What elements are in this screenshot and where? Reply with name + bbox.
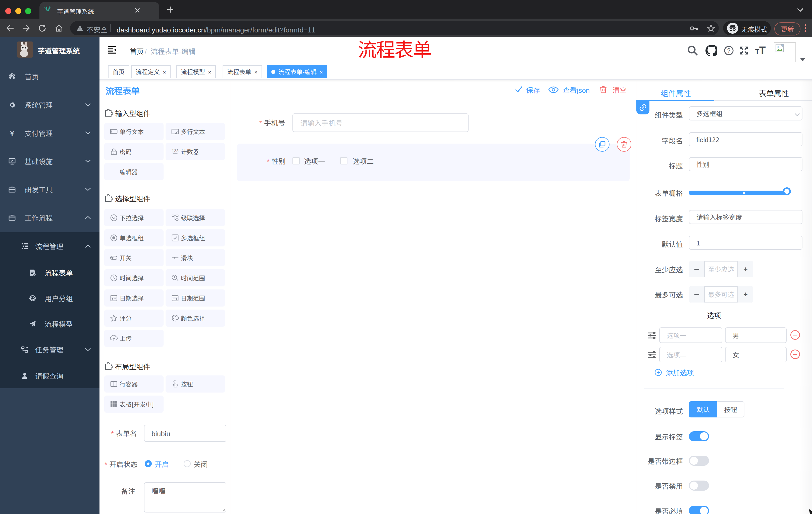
svg-text:?: ? <box>727 47 731 54</box>
svg-text:¥: ¥ <box>10 130 14 137</box>
svg-text:123: 123 <box>172 149 179 153</box>
